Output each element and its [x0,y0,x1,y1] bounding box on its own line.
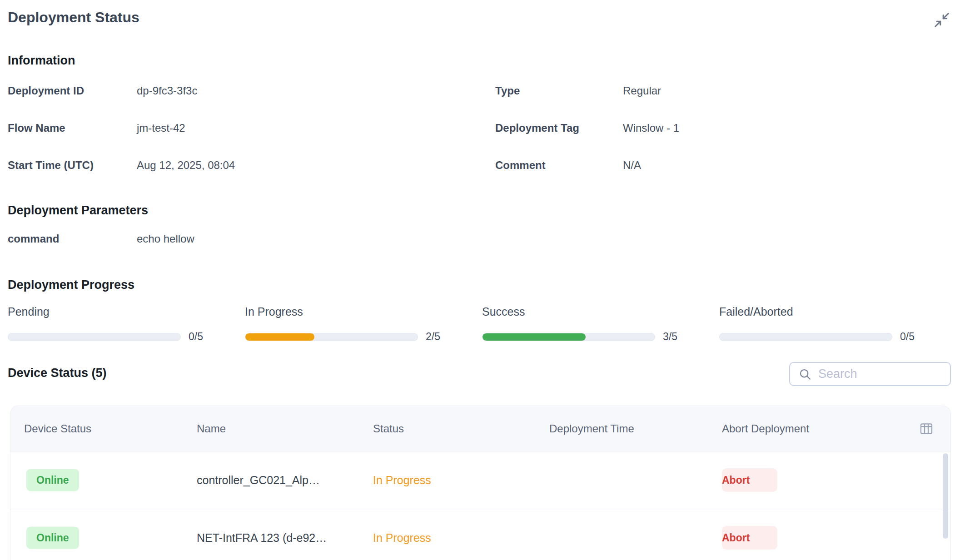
progress-group-success: Success 3/5 [482,305,711,343]
progress-label: In Progress [245,305,474,318]
search-icon [798,367,812,381]
section-heading-device-status: Device Status (5) [8,366,107,380]
info-field-label: Type [495,84,520,97]
device-table: Device Status Name Status Deployment Tim… [10,406,951,560]
collapse-icon [933,11,950,30]
device-name: controller_GC021_Alp… [197,451,320,509]
section-heading-information: Information [8,54,75,68]
info-field-label: Start Time (UTC) [8,159,94,172]
abort-button[interactable]: Abort [722,468,777,492]
progress-label: Pending [8,305,237,318]
progress-label: Success [482,305,711,318]
table-columns-icon [919,421,934,436]
device-name: NET-IntFRA 123 (d-e92… [197,509,327,560]
page-title: Deployment Status [8,9,139,26]
progress-group-pending: Pending 0/5 [8,305,237,343]
param-label: command [8,233,59,245]
progress-track [8,333,181,341]
column-header-abort-deployment: Abort Deployment [722,406,809,451]
info-field-value: jm-test-42 [137,122,185,134]
info-field-label: Comment [495,159,546,172]
progress-track [719,333,892,341]
device-status-text: In Progress [373,509,431,560]
device-status-text: In Progress [373,451,431,509]
info-field-value: Aug 12, 2025, 08:04 [137,159,235,172]
device-status-badge: Online [26,469,79,491]
progress-count: 2/5 [426,331,440,343]
table-row: Online controller_GC021_Alp… In Progress… [10,451,950,509]
progress-fill [245,333,314,341]
table-scrollbar[interactable] [943,453,948,539]
device-search[interactable] [789,362,951,386]
progress-group-in-progress: In Progress 2/5 [245,305,474,343]
search-input[interactable] [818,367,927,381]
info-field-value: Winslow - 1 [623,122,679,134]
column-header-name: Name [197,406,226,451]
progress-track [245,333,418,341]
info-field-label: Deployment Tag [495,122,579,134]
info-field-label: Flow Name [8,122,65,134]
progress-fill [482,333,586,341]
progress-count: 3/5 [663,331,677,343]
progress-track [482,333,655,341]
abort-button[interactable]: Abort [722,526,777,550]
progress-group-failed-aborted: Failed/Aborted 0/5 [719,305,949,343]
info-field-value: Regular [623,84,661,97]
progress-count: 0/5 [900,331,915,343]
column-header-deployment-time: Deployment Time [549,406,634,451]
column-header-status: Status [373,406,404,451]
table-header: Device Status Name Status Deployment Tim… [10,406,950,451]
info-field-label: Deployment ID [8,84,84,97]
progress-count: 0/5 [189,331,203,343]
section-heading-deployment-parameters: Deployment Parameters [8,203,148,218]
section-heading-deployment-progress: Deployment Progress [8,278,134,292]
collapse-button[interactable] [932,11,951,30]
table-row: Online NET-IntFRA 123 (d-e92… In Progres… [10,509,950,560]
info-field-value: dp-9fc3-3f3c [137,84,197,97]
column-settings-button[interactable] [916,406,936,451]
info-field-value: N/A [623,159,641,172]
device-status-badge: Online [26,527,79,549]
column-header-device-status: Device Status [24,406,91,451]
param-value: echo hellow [137,233,194,245]
progress-label: Failed/Aborted [719,305,949,318]
